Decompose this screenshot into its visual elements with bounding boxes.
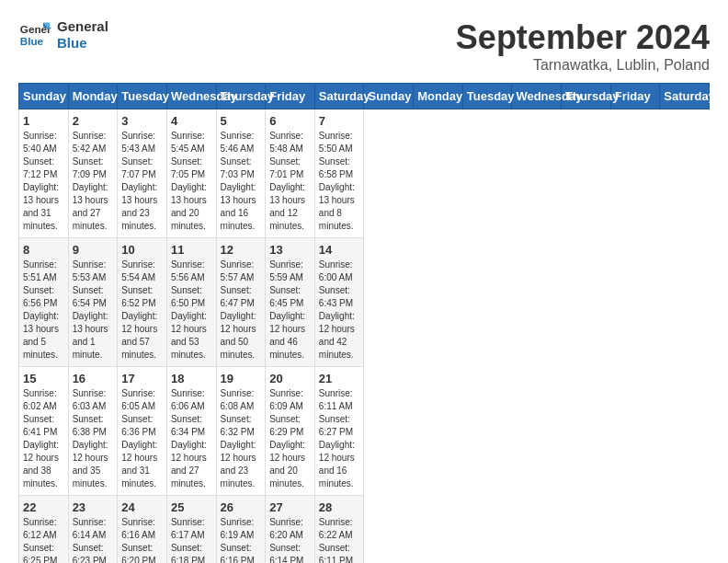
day-number: 5 — [221, 114, 262, 128]
day-number: 7 — [319, 114, 360, 128]
calendar-cell: 26Sunrise: 6:19 AM Sunset: 6:16 PM Dayli… — [216, 496, 266, 564]
calendar-cell: 19Sunrise: 6:08 AM Sunset: 6:32 PM Dayli… — [216, 367, 266, 496]
day-number: 16 — [73, 372, 114, 385]
day-number: 8 — [23, 243, 64, 257]
day-info: Sunrise: 5:42 AM Sunset: 7:09 PM Dayligh… — [73, 130, 114, 233]
day-info: Sunrise: 6:08 AM Sunset: 6:32 PM Dayligh… — [221, 387, 262, 490]
calendar-cell: 16Sunrise: 6:03 AM Sunset: 6:38 PM Dayli… — [68, 367, 118, 496]
day-number: 26 — [221, 500, 262, 514]
day-header-sunday: Sunday — [19, 84, 69, 109]
header-row: SundayMondayTuesdayWednesdayThursdayFrid… — [19, 84, 710, 109]
day-info: Sunrise: 5:51 AM Sunset: 6:56 PM Dayligh… — [23, 259, 64, 362]
day-info: Sunrise: 6:03 AM Sunset: 6:38 PM Dayligh… — [73, 387, 114, 490]
day-info: Sunrise: 6:12 AM Sunset: 6:25 PM Dayligh… — [23, 516, 64, 563]
day-info: Sunrise: 6:11 AM Sunset: 6:27 PM Dayligh… — [319, 387, 360, 490]
day-number: 21 — [319, 372, 360, 385]
calendar-cell: 23Sunrise: 6:14 AM Sunset: 6:23 PM Dayli… — [68, 496, 118, 564]
location: Tarnawatka, Lublin, Poland — [456, 57, 710, 74]
weekday-header: Thursday — [562, 84, 611, 109]
day-info: Sunrise: 5:50 AM Sunset: 6:58 PM Dayligh… — [319, 130, 360, 233]
day-info: Sunrise: 6:05 AM Sunset: 6:36 PM Dayligh… — [121, 387, 163, 490]
title-block: September 2024 Tarnawatka, Lublin, Polan… — [456, 18, 710, 74]
day-header-tuesday: Tuesday — [118, 84, 167, 109]
day-header-thursday: Thursday — [216, 84, 266, 109]
calendar-cell: 4Sunrise: 5:45 AM Sunset: 7:05 PM Daylig… — [166, 109, 216, 238]
calendar-cell: 6Sunrise: 5:48 AM Sunset: 7:01 PM Daylig… — [266, 109, 315, 238]
day-number: 19 — [221, 372, 262, 385]
day-info: Sunrise: 5:43 AM Sunset: 7:07 PM Dayligh… — [121, 130, 163, 233]
weekday-header: Sunday — [364, 84, 414, 109]
day-info: Sunrise: 6:06 AM Sunset: 6:34 PM Dayligh… — [171, 387, 212, 490]
weekday-header: Wednesday — [512, 84, 562, 109]
day-number: 4 — [171, 114, 212, 128]
day-number: 17 — [121, 372, 163, 385]
calendar-cell: 10Sunrise: 5:54 AM Sunset: 6:52 PM Dayli… — [118, 238, 167, 367]
calendar-cell: 5Sunrise: 5:46 AM Sunset: 7:03 PM Daylig… — [216, 109, 266, 238]
day-info: Sunrise: 6:16 AM Sunset: 6:20 PM Dayligh… — [121, 516, 163, 563]
month-title: September 2024 — [456, 18, 710, 57]
day-number: 2 — [73, 114, 114, 128]
day-info: Sunrise: 6:00 AM Sunset: 6:43 PM Dayligh… — [319, 259, 360, 362]
logo-icon: General Blue — [18, 18, 51, 52]
calendar-row-3: 15Sunrise: 6:02 AM Sunset: 6:41 PM Dayli… — [19, 367, 710, 496]
calendar-cell: 25Sunrise: 6:17 AM Sunset: 6:18 PM Dayli… — [166, 496, 216, 564]
calendar-cell: 3Sunrise: 5:43 AM Sunset: 7:07 PM Daylig… — [118, 109, 167, 238]
calendar-cell: 18Sunrise: 6:06 AM Sunset: 6:34 PM Dayli… — [166, 367, 216, 496]
calendar-cell: 8Sunrise: 5:51 AM Sunset: 6:56 PM Daylig… — [19, 238, 69, 367]
day-number: 25 — [171, 500, 212, 514]
calendar-row-1: 1Sunrise: 5:40 AM Sunset: 7:12 PM Daylig… — [19, 109, 710, 238]
day-info: Sunrise: 6:22 AM Sunset: 6:11 PM Dayligh… — [319, 516, 360, 563]
day-info: Sunrise: 5:53 AM Sunset: 6:54 PM Dayligh… — [73, 259, 114, 362]
day-info: Sunrise: 5:45 AM Sunset: 7:05 PM Dayligh… — [171, 130, 212, 233]
calendar-table: SundayMondayTuesdayWednesdayThursdayFrid… — [18, 83, 710, 563]
day-info: Sunrise: 5:46 AM Sunset: 7:03 PM Dayligh… — [221, 130, 262, 233]
day-info: Sunrise: 6:19 AM Sunset: 6:16 PM Dayligh… — [221, 516, 262, 563]
calendar-cell: 1Sunrise: 5:40 AM Sunset: 7:12 PM Daylig… — [19, 109, 69, 238]
calendar-cell: 11Sunrise: 5:56 AM Sunset: 6:50 PM Dayli… — [166, 238, 216, 367]
weekday-header: Tuesday — [462, 84, 512, 109]
day-info: Sunrise: 5:48 AM Sunset: 7:01 PM Dayligh… — [269, 130, 311, 233]
day-info: Sunrise: 5:56 AM Sunset: 6:50 PM Dayligh… — [171, 259, 212, 362]
calendar-cell: 15Sunrise: 6:02 AM Sunset: 6:41 PM Dayli… — [19, 367, 69, 496]
calendar-cell: 21Sunrise: 6:11 AM Sunset: 6:27 PM Dayli… — [314, 367, 364, 496]
day-number: 14 — [319, 243, 360, 257]
logo: General Blue General Blue — [18, 18, 108, 52]
day-number: 28 — [319, 500, 360, 514]
day-info: Sunrise: 6:02 AM Sunset: 6:41 PM Dayligh… — [23, 387, 64, 490]
day-header-wednesday: Wednesday — [166, 84, 216, 109]
day-info: Sunrise: 5:59 AM Sunset: 6:45 PM Dayligh… — [269, 259, 311, 362]
day-info: Sunrise: 6:20 AM Sunset: 6:14 PM Dayligh… — [269, 516, 311, 563]
day-number: 13 — [269, 243, 311, 257]
day-header-saturday: Saturday — [314, 84, 364, 109]
weekday-header: Friday — [610, 84, 660, 109]
day-info: Sunrise: 6:14 AM Sunset: 6:23 PM Dayligh… — [73, 516, 114, 563]
day-info: Sunrise: 6:09 AM Sunset: 6:29 PM Dayligh… — [269, 387, 311, 490]
calendar-cell: 9Sunrise: 5:53 AM Sunset: 6:54 PM Daylig… — [68, 238, 118, 367]
day-number: 11 — [171, 243, 212, 257]
calendar-cell: 24Sunrise: 6:16 AM Sunset: 6:20 PM Dayli… — [118, 496, 167, 564]
weekday-header: Monday — [414, 84, 463, 109]
day-header-monday: Monday — [68, 84, 118, 109]
day-number: 10 — [121, 243, 163, 257]
day-info: Sunrise: 6:17 AM Sunset: 6:18 PM Dayligh… — [171, 516, 212, 563]
day-number: 18 — [171, 372, 212, 385]
day-number: 6 — [269, 114, 311, 128]
day-number: 24 — [121, 500, 163, 514]
day-number: 3 — [121, 114, 163, 128]
calendar-cell: 14Sunrise: 6:00 AM Sunset: 6:43 PM Dayli… — [314, 238, 364, 367]
calendar-cell: 13Sunrise: 5:59 AM Sunset: 6:45 PM Dayli… — [266, 238, 315, 367]
day-number: 9 — [73, 243, 114, 257]
day-number: 27 — [269, 500, 311, 514]
day-info: Sunrise: 5:57 AM Sunset: 6:47 PM Dayligh… — [221, 259, 262, 362]
calendar-cell: 12Sunrise: 5:57 AM Sunset: 6:47 PM Dayli… — [216, 238, 266, 367]
calendar-row-2: 8Sunrise: 5:51 AM Sunset: 6:56 PM Daylig… — [19, 238, 710, 367]
day-number: 1 — [23, 114, 64, 128]
calendar-cell: 17Sunrise: 6:05 AM Sunset: 6:36 PM Dayli… — [118, 367, 167, 496]
calendar-cell: 20Sunrise: 6:09 AM Sunset: 6:29 PM Dayli… — [266, 367, 315, 496]
logo-text: General Blue — [57, 18, 108, 52]
calendar-cell: 28Sunrise: 6:22 AM Sunset: 6:11 PM Dayli… — [314, 496, 364, 564]
calendar-cell: 22Sunrise: 6:12 AM Sunset: 6:25 PM Dayli… — [19, 496, 69, 564]
calendar-cell: 27Sunrise: 6:20 AM Sunset: 6:14 PM Dayli… — [266, 496, 315, 564]
page-header: General Blue General Blue September 2024… — [18, 18, 710, 74]
day-number: 15 — [23, 372, 64, 385]
